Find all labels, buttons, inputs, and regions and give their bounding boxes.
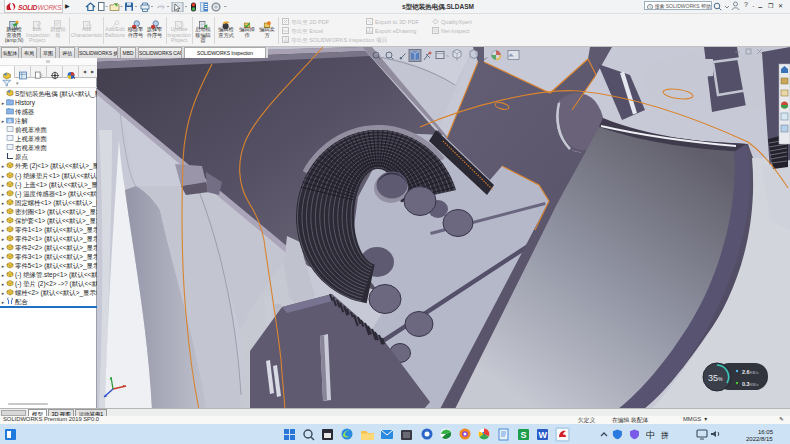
svg-text:S: S bbox=[521, 430, 527, 440]
svg-text:SOLID: SOLID bbox=[18, 4, 38, 11]
svg-text:2.6KB/s: 2.6KB/s bbox=[742, 369, 760, 375]
svg-text:中: 中 bbox=[646, 430, 655, 440]
svg-text:16:05: 16:05 bbox=[758, 429, 774, 435]
svg-text:W: W bbox=[539, 430, 548, 440]
svg-text:0.3KB/s: 0.3KB/s bbox=[742, 381, 760, 387]
svg-text:WORKS: WORKS bbox=[38, 4, 63, 11]
svg-text:2022/8/15: 2022/8/15 bbox=[746, 436, 773, 442]
svg-text:拼: 拼 bbox=[660, 431, 669, 440]
